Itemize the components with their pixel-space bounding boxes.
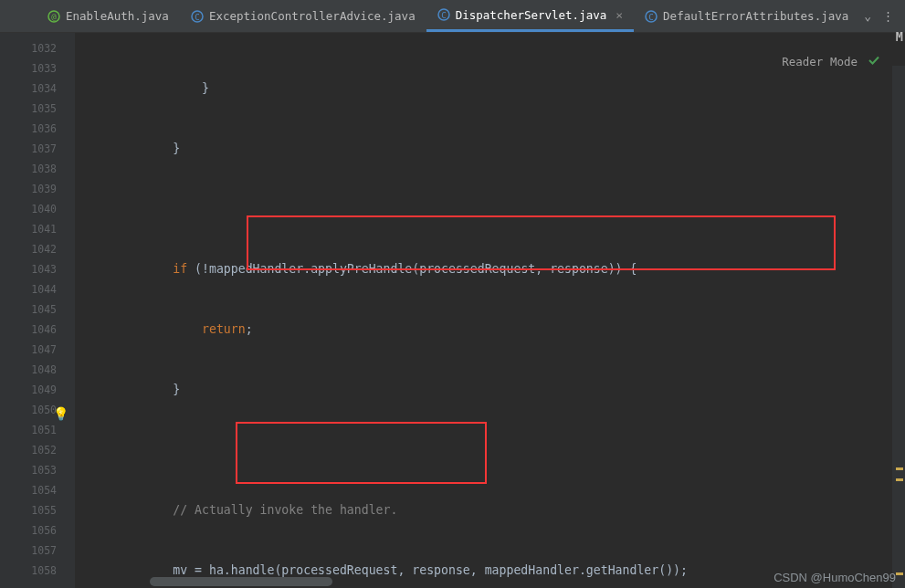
minimap-mark xyxy=(896,478,903,481)
svg-text:@: @ xyxy=(51,12,57,21)
tab-defaulterrorattributes[interactable]: C DefaultErrorAttributes.java xyxy=(634,0,859,32)
class-icon: C xyxy=(437,8,450,21)
far-gutter xyxy=(0,33,11,588)
annotation-icon: @ xyxy=(47,10,60,23)
tab-label: ExceptionControllerAdvice.java xyxy=(209,9,416,23)
tab-label: DefaultErrorAttributes.java xyxy=(663,9,848,23)
svg-text:C: C xyxy=(648,12,653,21)
line-number: 1043 xyxy=(11,259,75,279)
tab-exceptioncontrolleradvice[interactable]: C ExceptionControllerAdvice.java xyxy=(180,0,426,32)
line-number: 1048 xyxy=(11,360,75,380)
line-number: 1057 xyxy=(11,541,75,561)
line-number: 1049 xyxy=(11,380,75,400)
class-icon: C xyxy=(645,10,658,23)
editor: 💡 10321033103410351036103710381039104010… xyxy=(0,33,905,588)
line-number: 1040 xyxy=(11,199,75,219)
line-number: 1038 xyxy=(11,159,75,179)
line-number: 1045 xyxy=(11,299,75,320)
horizontal-scrollbar[interactable] xyxy=(150,577,332,586)
close-icon[interactable]: × xyxy=(616,8,623,22)
line-number: 1058 xyxy=(11,561,75,581)
more-icon[interactable]: ⋮ xyxy=(882,9,894,23)
class-icon: C xyxy=(191,10,204,23)
check-icon[interactable] xyxy=(867,53,881,70)
line-number: 1033 xyxy=(11,58,75,79)
minimap[interactable] xyxy=(892,66,905,588)
code-area[interactable]: } } if (!mappedHandler.applyPreHandle(pr… xyxy=(75,33,905,588)
tab-label: DispatcherServlet.java xyxy=(456,8,607,22)
watermark: CSDN @HumoChen99 xyxy=(773,571,896,584)
line-number: 1042 xyxy=(11,239,75,259)
minimap-mark xyxy=(896,572,903,575)
tab-label: EnableAuth.java xyxy=(66,9,169,23)
intention-bulb-icon[interactable]: 💡 xyxy=(53,404,68,424)
tab-bar-actions: ⌄ ⋮ xyxy=(864,9,905,23)
line-number: 1047 xyxy=(11,340,75,360)
svg-text:C: C xyxy=(441,11,446,20)
line-number: 1032 xyxy=(11,38,75,58)
tab-enableauth[interactable]: @ EnableAuth.java xyxy=(37,0,180,32)
line-number: 1053 xyxy=(11,460,75,480)
line-number: 1039 xyxy=(11,179,75,199)
chevron-down-icon[interactable]: ⌄ xyxy=(864,9,871,23)
svg-text:C: C xyxy=(195,12,199,21)
gutter: 💡 10321033103410351036103710381039104010… xyxy=(11,33,75,588)
line-number: 1041 xyxy=(11,219,75,239)
line-number: 1052 xyxy=(11,440,75,460)
line-number: 1056 xyxy=(11,520,75,541)
line-number: 1037 xyxy=(11,139,75,159)
line-number: 1044 xyxy=(11,279,75,299)
tab-bar: @ EnableAuth.java C ExceptionControllerA… xyxy=(0,0,905,33)
line-number: 1055 xyxy=(11,500,75,520)
minimap-mark xyxy=(896,467,903,470)
editor-toolbar: Reader Mode xyxy=(782,53,881,70)
line-number: 1054 xyxy=(11,480,75,500)
line-number: 1046 xyxy=(11,320,75,340)
line-number: 1034 xyxy=(11,79,75,99)
line-number: 1035 xyxy=(11,99,75,119)
reader-mode-button[interactable]: Reader Mode xyxy=(782,55,858,68)
line-number: 1036 xyxy=(11,119,75,139)
tab-dispatcherservlet[interactable]: C DispatcherServlet.java × xyxy=(426,0,634,32)
